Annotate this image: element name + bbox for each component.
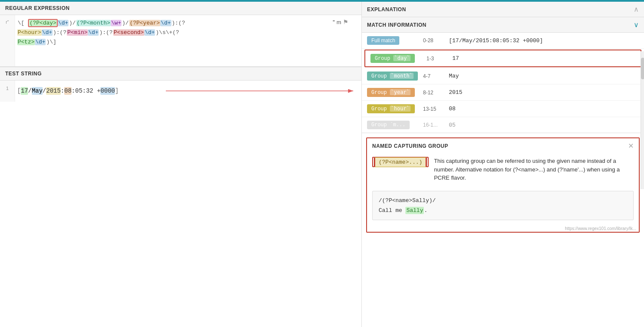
token-backslash-bracket: \[ (17, 20, 25, 26)
named-group-token-wrapper: (?P<name>...) (372, 157, 429, 167)
match-row-full: Full match 0-28 [17/May/2015:08:05:32 +0… (362, 33, 644, 49)
match-label-year: Group `year` (367, 88, 423, 97)
match-row-month: Group `month` 4-7 May (362, 68, 644, 84)
token-min-group: P<min> (67, 29, 88, 36)
test-day: 17 (21, 87, 28, 95)
match-label-partial: Group `m... (367, 121, 423, 129)
match-range-partial: 16-1... (423, 122, 449, 128)
test-string-title: TEST STRING (5, 71, 42, 77)
example-2-pre: Call me (379, 207, 405, 214)
right-panel: EXPLANATION ∧ MATCH INFORMATION ∨ Full m… (362, 2, 644, 327)
regex-line-2: P<hour>\d+):(?P<min>\d+):(?P<second>\d+)… (17, 28, 356, 37)
example-line-2: Call me Sally. (379, 206, 627, 215)
explanation-header: EXPLANATION ∧ (362, 2, 644, 17)
match-label-month: Group `month` (367, 72, 423, 81)
match-row-day: Group `day` 1-3 17 (364, 50, 641, 67)
match-info-header: MATCH INFORMATION ∨ (362, 17, 644, 33)
match-range-hour: 13-15 (423, 106, 449, 112)
token-year-quantifier: \d+ (160, 20, 171, 26)
match-value-hour: 08 (449, 106, 456, 112)
match-badge-partial: Group `m... (367, 121, 410, 129)
test-content: [17/May/2015:08:05:32 +0000] (17, 86, 356, 97)
test-tz: 0000 (100, 87, 115, 95)
test-hour: 08 (64, 87, 72, 95)
bottom-link-text: https://www.regex101.com/library/lk... (565, 226, 636, 231)
match-value-month: May (449, 73, 459, 79)
named-group-title: NAMED CAPTURING GROUP (372, 143, 448, 149)
match-row-year: Group `year` 8-12 2015 (362, 84, 644, 101)
token-day-group: (?P<day> (28, 19, 57, 27)
named-group-description: This capturing group can be referred to … (434, 157, 634, 182)
match-value-partial: 05 (449, 122, 456, 128)
match-range-year: 8-12 (423, 90, 449, 96)
regex-line-3: P<tz>\d+)\] (17, 37, 356, 47)
token-hour-quantifier: \d+ (42, 29, 53, 36)
match-row-partial: Group `m... 16-1... 05 (362, 117, 644, 133)
test-string-header: TEST STRING (0, 67, 361, 81)
regex-line-1: \[ (?P<day>\d+)/(?P<month>\w+)/(?P<year>… (17, 19, 356, 28)
named-group-content: (?P<name>...) This capturing group can b… (367, 153, 639, 187)
match-info-scroll-container[interactable]: Full match 0-28 [17/May/2015:08:05:32 +0… (362, 33, 644, 133)
test-slash-2: / (43, 87, 46, 94)
named-group-panel: NAMED CAPTURING GROUP ✕ (?P<name>...) Th… (366, 137, 640, 233)
token-day-quantifier: \d+ (58, 20, 68, 26)
match-range-day: 1-3 (426, 56, 452, 62)
test-year: 2015 (46, 87, 61, 95)
test-string-section: TEST STRING 1 [17/May/2015:08:05:32 +000… (0, 67, 361, 327)
token-second-group: P<second> (113, 29, 144, 36)
example-line-1: /(?P<name>Sally)/ (379, 196, 627, 206)
test-slash-1: / (28, 87, 31, 94)
match-badge-hour: Group `hour` (367, 104, 415, 113)
token-tz-group: P<tz> (17, 39, 35, 45)
token-tz-quantifier: \d+ (35, 39, 46, 45)
test-space-plus: + (93, 87, 101, 94)
regex-flags: " m ⚑ (333, 19, 348, 25)
regex-content: \[ (?P<day>\d+)/(?P<month>\w+)/(?P<year>… (17, 19, 356, 47)
flag-icon[interactable]: ⚑ (343, 19, 348, 25)
match-badge-full: Full match (367, 36, 399, 45)
test-min: 05 (75, 87, 82, 94)
regex-area[interactable]: r" " m ⚑ \[ (?P<day>\d+)/(?P<month>\w+)/… (0, 15, 361, 67)
named-group-close-icon[interactable]: ✕ (628, 142, 634, 150)
test-sec: 32 (86, 87, 93, 94)
example-2-post: . (424, 207, 427, 214)
arrow-svg (0, 67, 361, 327)
match-badge-month: Group `month` (367, 72, 418, 81)
example-2-highlight: Sally (405, 207, 424, 214)
named-group-example: /(?P<name>Sally)/ Call me Sally. (372, 191, 634, 221)
match-info-expand-icon[interactable]: ∨ (634, 21, 639, 29)
regex-title: REGULAR EXPRESSION (5, 5, 70, 11)
test-month: May (32, 87, 43, 95)
left-panel: REGULAR EXPRESSION 1 match, 31 steps (~0… (0, 2, 362, 327)
match-range-full: 0-28 (423, 37, 449, 44)
test-colon-1: : (61, 87, 64, 94)
bottom-link: https://www.regex101.com/library/lk... (367, 225, 639, 232)
match-range-month: 4-7 (423, 73, 449, 79)
match-value-full: [17/May/2015:08:05:32 +0000] (449, 37, 543, 44)
token-min-quantifier: \d+ (88, 29, 99, 36)
right-scrollbar (641, 51, 644, 133)
named-group-header: NAMED CAPTURING GROUP ✕ (367, 138, 639, 153)
token-month-group: (?P<month> (76, 20, 111, 26)
named-group-token: (?P<name>...) (374, 157, 427, 167)
regex-line-numbers: r" (0, 15, 15, 66)
explanation-title: EXPLANATION (367, 6, 406, 12)
test-line-numbers: 1 (0, 81, 15, 102)
token-hour-group: P<hour> (17, 29, 42, 36)
match-badge-year: Group `year` (367, 88, 415, 97)
example-1-text: /(?P<name>Sally)/ (379, 197, 436, 204)
regex-section: REGULAR EXPRESSION 1 match, 31 steps (~0… (0, 2, 361, 67)
test-string-area[interactable]: 1 [17/May/2015:08:05:32 +0000] (0, 81, 361, 102)
token-second-quantifier: \d+ (144, 29, 155, 36)
regex-section-header: REGULAR EXPRESSION 1 match, 31 steps (~0… (0, 2, 361, 15)
right-scrollbar-thumb[interactable] (641, 58, 644, 79)
explanation-collapse-icon[interactable]: ∧ (634, 5, 639, 13)
match-label-day: Group `day` (370, 54, 426, 63)
match-label-full: Full match (367, 36, 423, 45)
match-row-hour: Group `hour` 13-15 08 (362, 101, 644, 117)
match-label-hour: Group `hour` (367, 104, 423, 113)
token-month-quantifier: \w+ (111, 20, 121, 26)
token-year-group: (?P<year> (129, 20, 160, 26)
test-colon-3: : (82, 87, 86, 94)
bracket-close: ] (115, 87, 118, 94)
